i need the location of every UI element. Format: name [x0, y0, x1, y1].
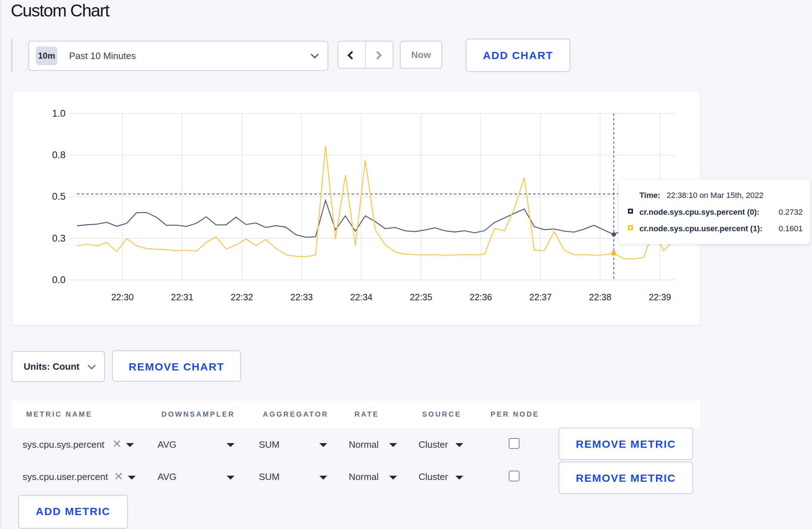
svg-text:22:35: 22:35 — [410, 292, 432, 302]
svg-text:22:33: 22:33 — [290, 292, 313, 302]
svg-text:22:37: 22:37 — [529, 292, 552, 302]
svg-text:0.5: 0.5 — [52, 191, 66, 202]
svg-text:22:31: 22:31 — [171, 292, 194, 302]
svg-text:1.0: 1.0 — [52, 108, 66, 119]
svg-text:22:32: 22:32 — [231, 292, 253, 302]
svg-text:0.3: 0.3 — [52, 233, 66, 244]
svg-text:0.8: 0.8 — [52, 150, 66, 160]
svg-text:22:39: 22:39 — [649, 292, 671, 302]
svg-text:0.0: 0.0 — [52, 275, 66, 285]
svg-text:22:34: 22:34 — [350, 292, 373, 302]
svg-text:22:36: 22:36 — [470, 292, 492, 302]
svg-text:22:30: 22:30 — [111, 292, 134, 302]
svg-text:22:38: 22:38 — [589, 292, 612, 302]
